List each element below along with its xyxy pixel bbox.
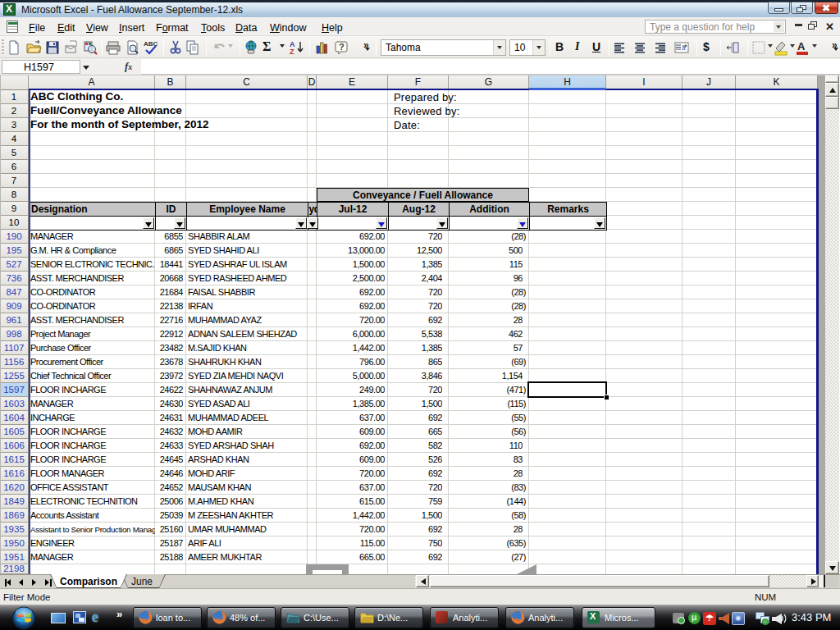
svg-text:?: ? [339,42,345,52]
svg-text:a: a [682,44,686,52]
svg-text:Z: Z [290,48,294,56]
svg-text:A: A [797,40,806,52]
